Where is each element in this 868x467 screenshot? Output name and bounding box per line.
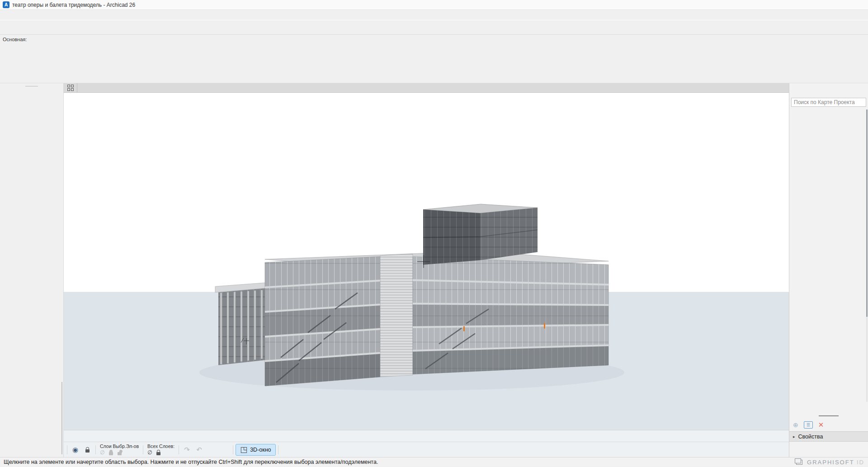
layers-selected-group: Слои Выбр.Эл-ов ∅ (98, 443, 141, 456)
bottom-view-bar (64, 430, 789, 442)
right-facade (413, 257, 609, 374)
navigator-mode-icons (789, 83, 868, 97)
stair-core (380, 254, 413, 377)
archicad-logo-icon: A (3, 1, 9, 8)
hide-selected-layers-icon[interactable]: ∅ (100, 450, 104, 455)
delete-view-button[interactable]: ✕ (818, 421, 824, 429)
add-view-button[interactable]: ⊕ (793, 421, 798, 429)
navigator-actions: ⊕ ☰ ✕ (789, 419, 868, 431)
layers-all-group: Всех Слоев: ∅ (146, 443, 176, 456)
tree-scrollbar-thumb[interactable] (866, 110, 868, 317)
3d-window-icon: ◳ (240, 445, 247, 454)
unlock-selected-layers-icon[interactable] (118, 452, 122, 455)
3d-viewport[interactable] (64, 93, 789, 430)
toolbox-grip[interactable] (25, 86, 38, 87)
graphisoft-window-icon[interactable] (796, 460, 802, 465)
tabbar-end-controls[interactable] (782, 83, 789, 92)
quad-view-button[interactable] (64, 83, 77, 92)
navigator-panel: ⊕ ☰ ✕ ▸ Свойства (789, 83, 868, 457)
properties-section-header[interactable]: ▸ Свойства (789, 431, 868, 442)
lock-toggle-icon[interactable] (82, 444, 93, 455)
unlock-all-layers-icon[interactable] (156, 452, 160, 455)
view-settings-button[interactable]: ☰ (804, 421, 813, 429)
toolbox-scrollbar[interactable] (61, 382, 62, 454)
show-all-layers-icon[interactable]: ∅ (147, 450, 152, 455)
3d-window-button[interactable]: ◳ 3D-окно (236, 444, 275, 456)
infobox-label: Основная: (3, 37, 27, 42)
layer-redo-icon[interactable]: ↷ (181, 444, 193, 455)
main-toolbar (0, 20, 868, 35)
toolbox-panel (0, 83, 64, 457)
search-input[interactable] (791, 98, 866, 107)
menu-bar (0, 10, 868, 20)
status-bar: Щелкните на элементе или начертите облас… (0, 457, 868, 467)
collapse-arrow-icon: ▸ (793, 434, 795, 439)
layer-undo-icon[interactable]: ↶ (193, 444, 205, 455)
3d-model-canvas (64, 93, 789, 430)
navigator-splitter[interactable] (789, 413, 868, 419)
navigator-search (791, 98, 866, 107)
quick-layers-icon[interactable]: ◉ (70, 444, 81, 455)
left-facade (265, 257, 380, 386)
tab-bar (64, 83, 789, 93)
quad-view-icon (67, 85, 74, 91)
lock-selected-layers-icon[interactable] (109, 452, 113, 455)
title-bar: A театр оперы и балета тридемодель - Arc… (0, 0, 868, 10)
window-title: театр оперы и балета тридемодель - Archi… (12, 2, 135, 8)
bottom-3d-toolbar: ◉ Слои Выбр.Эл-ов ∅ Всех Слоев: ∅ (64, 442, 789, 457)
graphisoft-id-brand[interactable]: GRAPHISOFT ID (807, 459, 864, 466)
info-box: Основная: (0, 35, 868, 83)
status-message: Щелкните на элементе или начертите облас… (4, 459, 378, 465)
project-map-tree (789, 109, 868, 413)
